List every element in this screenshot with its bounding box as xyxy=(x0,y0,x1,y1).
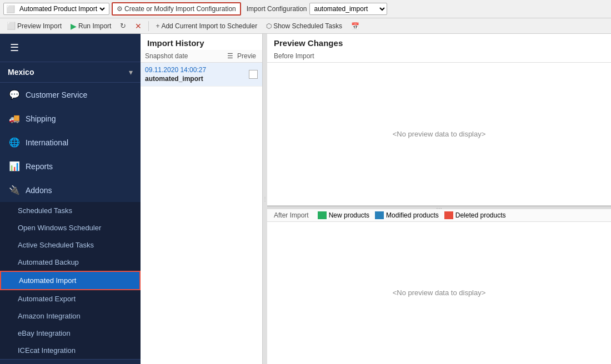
hamburger-menu-btn[interactable]: ☰ xyxy=(2,38,27,57)
region-title: Mexico xyxy=(8,68,34,77)
modified-products-color xyxy=(375,211,384,219)
create-modify-btn[interactable]: ⚙ Create or Modify Import Configuration xyxy=(112,2,241,16)
sidebar-item-label: Shipping xyxy=(26,114,56,123)
history-row-checkbox[interactable] xyxy=(249,70,258,79)
toolbar-divider xyxy=(148,21,149,31)
import-type-selector[interactable]: ⬜ Automated Product ImportAutomated Expo… xyxy=(3,3,109,15)
chevron-down-icon: ▾ xyxy=(129,68,133,77)
after-import-area: <No preview data to display> xyxy=(267,222,611,365)
refresh-btn[interactable]: ↻ xyxy=(117,21,129,31)
history-row-0[interactable]: 09.11.2020 14:00:27 automated_import xyxy=(141,63,262,87)
main-layout: ☰ Mexico ▾ 💬 Customer Service 🚚 Shipping… xyxy=(0,34,611,364)
before-import-label: Before Import xyxy=(267,50,611,63)
preview-col-header: Previe xyxy=(236,52,258,60)
new-products-label: New products xyxy=(329,211,369,219)
sidebar-item-international[interactable]: 🌐 International xyxy=(0,130,141,154)
before-import-area: <No preview data to display> xyxy=(267,63,611,207)
no-preview-after: <No preview data to display> xyxy=(393,289,486,297)
sidebar-sub-automated-export[interactable]: Automated Export xyxy=(0,290,141,307)
sidebar-sub-automated-import[interactable]: Automated Import xyxy=(0,271,141,290)
preview-icon: ⬜ xyxy=(7,22,16,30)
sidebar-sub-ebay-integration[interactable]: eBay Integration xyxy=(0,325,141,342)
sidebar-sub-automated-backup[interactable]: Automated Backup xyxy=(0,254,141,271)
add-to-scheduler-btn[interactable]: + Add Current Import to Scheduler xyxy=(152,21,261,31)
deleted-products-color xyxy=(444,211,453,219)
preview-import-btn[interactable]: ⬜ Preview Import xyxy=(3,21,65,31)
import-config-label: Import Configuration xyxy=(247,5,307,13)
sidebar-item-label: Customer Service xyxy=(26,90,87,99)
legend-modified-products: Modified products xyxy=(375,211,439,219)
legend-deleted-products: Deleted products xyxy=(444,211,506,219)
sidebar-item-shipping[interactable]: 🚚 Shipping xyxy=(0,107,141,130)
cancel-btn[interactable]: ✕ xyxy=(132,21,145,32)
run-import-btn[interactable]: ▶ Run Import xyxy=(67,21,114,32)
history-table-header: Snapshot date ☰ Previe xyxy=(141,50,262,63)
new-products-color xyxy=(318,211,327,219)
sidebar-item-label: International xyxy=(26,138,68,147)
sidebar-sub-amazon-integration[interactable]: Amazon Integration xyxy=(0,307,141,325)
second-toolbar: ⬜ Preview Import ▶ Run Import ↻ ✕ + Add … xyxy=(0,18,611,34)
import-config-dropdown[interactable]: automated_import xyxy=(309,3,387,15)
shipping-icon: 🚚 xyxy=(9,113,20,124)
import-history-title: Import History xyxy=(141,34,262,50)
refresh-icon: ↻ xyxy=(120,22,126,30)
filter-icon[interactable]: ☰ xyxy=(227,52,233,60)
show-scheduled-tasks-btn[interactable]: ⬡ Show Scheduled Tasks xyxy=(263,21,345,31)
import-config-area: Import Configuration automated_import xyxy=(243,3,387,15)
sidebar-sub-active-scheduled-tasks[interactable]: Active Scheduled Tasks xyxy=(0,236,141,254)
history-row-name: automated_import xyxy=(145,75,249,83)
modified-products-label: Modified products xyxy=(386,211,439,219)
extra-btn[interactable]: 📅 xyxy=(348,21,363,31)
external-link-icon: ⬡ xyxy=(266,22,272,30)
customer-service-icon: 💬 xyxy=(9,89,20,100)
sidebar-item-label: Addons xyxy=(26,186,52,195)
content-area: Import History Snapshot date ☰ Previe 09… xyxy=(141,34,611,364)
sidebar-item-addons[interactable]: 🔌 Addons xyxy=(0,178,141,202)
legend-new-products: New products xyxy=(318,211,369,219)
sidebar-sub-items: Scheduled Tasks Open Windows Scheduler A… xyxy=(0,202,141,359)
after-import-header: After Import New products Modified produ… xyxy=(267,209,611,222)
region-header[interactable]: Mexico ▾ xyxy=(0,62,141,83)
play-icon: ▶ xyxy=(71,22,77,31)
sidebar-item-reports[interactable]: 📊 Reports xyxy=(0,154,141,178)
sidebar-sub-scheduled-tasks[interactable]: Scheduled Tasks xyxy=(0,202,141,219)
calendar-icon: 📅 xyxy=(351,22,359,30)
snapshot-date-col: Snapshot date xyxy=(145,52,227,60)
top-toolbar: ⬜ Automated Product ImportAutomated Expo… xyxy=(0,0,611,18)
no-preview-before: <No preview data to display> xyxy=(393,130,486,138)
sidebar: ☰ Mexico ▾ 💬 Customer Service 🚚 Shipping… xyxy=(0,34,141,364)
preview-changes-title: Preview Changes xyxy=(267,34,611,50)
sidebar-sub-icecat-integration[interactable]: ICEcat Integration xyxy=(0,342,141,359)
deleted-products-label: Deleted products xyxy=(455,211,506,219)
reports-icon: 📊 xyxy=(9,161,20,171)
resize-handle[interactable]: ⋮ xyxy=(263,34,267,364)
import-history-panel: Import History Snapshot date ☰ Previe 09… xyxy=(141,34,263,364)
panels: Import History Snapshot date ☰ Previe 09… xyxy=(141,34,611,364)
sidebar-item-customer-service[interactable]: 💬 Customer Service xyxy=(0,83,141,107)
import-icon: ⬜ xyxy=(6,5,15,13)
gear-icon: ⚙ xyxy=(117,5,123,13)
international-icon: 🌐 xyxy=(9,137,20,148)
add-icon: + xyxy=(156,22,159,30)
addons-icon: 🔌 xyxy=(9,185,20,195)
preview-panel: Preview Changes Before Import <No previe… xyxy=(267,34,611,364)
sidebar-item-label: Reports xyxy=(26,162,53,171)
sidebar-bottom: 🖨 ❓ 🔒 ⚙ xyxy=(0,359,141,364)
after-import-label: After Import xyxy=(274,211,309,219)
sidebar-sub-open-windows-scheduler[interactable]: Open Windows Scheduler xyxy=(0,219,141,236)
import-type-dropdown[interactable]: Automated Product ImportAutomated Export xyxy=(17,4,107,13)
history-row-date: 09.11.2020 14:00:27 xyxy=(145,66,249,74)
cancel-icon: ✕ xyxy=(135,22,142,31)
